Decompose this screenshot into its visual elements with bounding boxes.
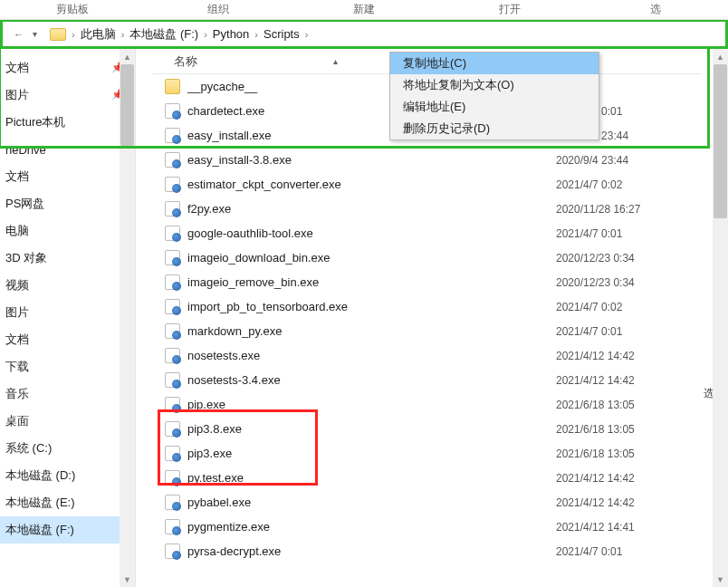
menu-item[interactable]: 复制地址(C)	[390, 53, 599, 74]
file-name: imageio_remove_bin.exe	[187, 275, 556, 289]
file-name: easy_install-3.8.exe	[187, 153, 556, 167]
exe-icon	[165, 128, 180, 143]
sidebar-item-label: 音乐	[5, 386, 29, 402]
file-row[interactable]: google-oauthlib-tool.exe2021/4/7 0:01	[152, 221, 701, 245]
file-row[interactable]: imageio_download_bin.exe2020/12/23 0:34	[152, 245, 701, 270]
ribbon-tab-select[interactable]: 选	[582, 0, 728, 19]
file-row[interactable]: pip3.8.exe2021/6/18 13:05	[152, 417, 701, 441]
menu-item[interactable]: 删除历史记录(D)	[390, 118, 599, 140]
scroll-up-icon[interactable]: ▲	[120, 49, 135, 64]
file-row[interactable]: pyrsa-decrypt.exe2021/4/7 0:01	[152, 539, 701, 563]
nav-history-icon[interactable]: ▾	[29, 29, 41, 39]
exe-icon	[165, 226, 180, 241]
sidebar-item[interactable]: 文档	[0, 326, 135, 353]
sidebar-item[interactable]: 文档	[0, 163, 135, 190]
sidebar-item[interactable]: neDrive	[0, 136, 135, 163]
ribbon-tab-clipboard[interactable]: 剪贴板	[0, 0, 146, 19]
sidebar-item[interactable]: 图片📌	[0, 82, 135, 109]
file-row[interactable]: pybabel.exe2021/4/12 14:42	[152, 490, 701, 515]
exe-icon	[165, 274, 180, 290]
exe-icon	[165, 421, 180, 437]
file-date: 2021/4/12 14:42	[556, 374, 701, 387]
file-row[interactable]: estimator_ckpt_converter.exe2021/4/7 0:0…	[152, 172, 701, 197]
folder-icon	[165, 79, 180, 94]
file-name: markdown_py.exe	[187, 324, 556, 338]
file-row[interactable]: imageio_remove_bin.exe2020/12/23 0:34	[152, 270, 701, 294]
ribbon-tab-organize[interactable]: 组织	[146, 0, 292, 19]
chevron-right-icon[interactable]: ›	[303, 29, 311, 40]
exe-icon	[165, 470, 180, 486]
sidebar-item[interactable]: 本地磁盘 (E:)	[0, 489, 135, 516]
exe-icon	[165, 495, 180, 510]
sidebar-item-label: 3D 对象	[5, 250, 47, 266]
file-row[interactable]: nosetests-3.4.exe2021/4/12 14:42	[152, 368, 701, 392]
nav-back-icon[interactable]: ←	[8, 29, 29, 40]
scrollbar-thumb[interactable]	[120, 64, 134, 146]
breadcrumb-item[interactable]: 此电脑	[77, 26, 120, 43]
file-row[interactable]: markdown_py.exe2021/4/7 0:01	[152, 319, 701, 343]
file-date: 2021/4/12 14:42	[556, 472, 701, 485]
exe-icon	[165, 519, 180, 534]
sidebar-item-label: 桌面	[5, 413, 29, 429]
chevron-right-icon[interactable]: ›	[120, 29, 127, 40]
sidebar-item[interactable]: 本地磁盘 (F:)	[0, 516, 135, 544]
sidebar-item-label: 系统 (C:)	[5, 440, 52, 457]
sidebar-item[interactable]: Picture本机	[0, 109, 135, 136]
file-row[interactable]: pygmentize.exe2021/4/12 14:41	[152, 515, 701, 539]
file-name: py.test.exe	[187, 471, 556, 485]
chevron-right-icon[interactable]: ›	[253, 29, 260, 40]
file-row[interactable]: nosetests.exe2021/4/12 14:42	[152, 343, 701, 368]
ribbon-tab-new[interactable]: 新建	[292, 0, 437, 19]
exe-icon	[165, 372, 180, 388]
file-row[interactable]: py.test.exe2021/4/12 14:42	[152, 466, 701, 490]
file-row[interactable]: pip3.exe2021/6/18 13:05	[152, 441, 701, 466]
sidebar-item[interactable]: 音乐	[0, 380, 135, 408]
sidebar-item[interactable]: PS网盘	[0, 190, 135, 217]
file-name: nosetests-3.4.exe	[187, 373, 556, 387]
breadcrumb-item[interactable]: 本地磁盘 (F:)	[126, 26, 202, 43]
scroll-down-icon[interactable]: ▼	[713, 572, 728, 587]
file-name: nosetests.exe	[187, 349, 556, 362]
sidebar-item-label: 电脑	[5, 223, 29, 239]
file-date: 2021/6/18 13:05	[556, 423, 701, 436]
scrollbar[interactable]: ▲ ▼	[120, 49, 135, 587]
scrollbar-thumb[interactable]	[714, 64, 727, 218]
sidebar-item[interactable]: 3D 对象	[0, 245, 135, 272]
file-date: 2020/12/23 0:34	[556, 252, 701, 265]
breadcrumb-item[interactable]: Scripts	[260, 27, 303, 41]
file-name: pyrsa-decrypt.exe	[187, 544, 556, 558]
sidebar-item[interactable]: 系统 (C:)	[0, 435, 135, 462]
sidebar-item[interactable]: 文档📌	[0, 54, 135, 82]
sidebar-item[interactable]: 本地磁盘 (D:)	[0, 462, 135, 489]
file-row[interactable]: pip.exe2021/6/18 13:05	[152, 392, 701, 417]
file-name: pip3.8.exe	[187, 422, 556, 436]
file-row[interactable]: f2py.exe2020/11/28 16:27	[152, 197, 701, 221]
file-date: 2021/4/12 14:42	[556, 350, 701, 362]
sidebar-item-label: 文档	[5, 168, 29, 185]
file-date: 2021/4/12 14:42	[556, 496, 701, 509]
sidebar-item[interactable]: 图片	[0, 299, 135, 326]
file-name: imageio_download_bin.exe	[187, 251, 556, 265]
exe-icon	[165, 152, 180, 168]
file-name: f2py.exe	[187, 202, 556, 216]
file-date: 2021/4/7 0:01	[556, 227, 701, 240]
scroll-down-icon[interactable]: ▼	[120, 572, 135, 587]
chevron-right-icon[interactable]: ›	[70, 29, 77, 40]
file-row[interactable]: easy_install-3.8.exe2020/9/4 23:44	[152, 148, 701, 172]
sidebar-item[interactable]: 桌面	[0, 408, 135, 435]
file-row[interactable]: import_pb_to_tensorboard.exe2021/4/7 0:0…	[152, 294, 701, 319]
sidebar-item[interactable]: 电脑	[0, 217, 135, 245]
breadcrumb-item[interactable]: Python	[209, 27, 253, 41]
menu-item[interactable]: 编辑地址(E)	[390, 96, 599, 118]
file-date: 2021/4/7 0:01	[556, 325, 701, 338]
sidebar-item[interactable]: 下载	[0, 353, 135, 380]
breadcrumb[interactable]: ← ▾ › 此电脑 › 本地磁盘 (F:) › Python › Scripts…	[0, 20, 728, 49]
scrollbar[interactable]: ▲ ▼	[713, 49, 728, 587]
chevron-right-icon[interactable]: ›	[202, 29, 209, 40]
exe-icon	[165, 250, 180, 265]
menu-item[interactable]: 将地址复制为文本(O)	[390, 74, 599, 96]
sidebar-item-label: 本地磁盘 (D:)	[5, 467, 75, 484]
scroll-up-icon[interactable]: ▲	[713, 49, 728, 64]
ribbon-tab-open[interactable]: 打开	[436, 0, 582, 19]
sidebar-item[interactable]: 视频	[0, 272, 135, 299]
